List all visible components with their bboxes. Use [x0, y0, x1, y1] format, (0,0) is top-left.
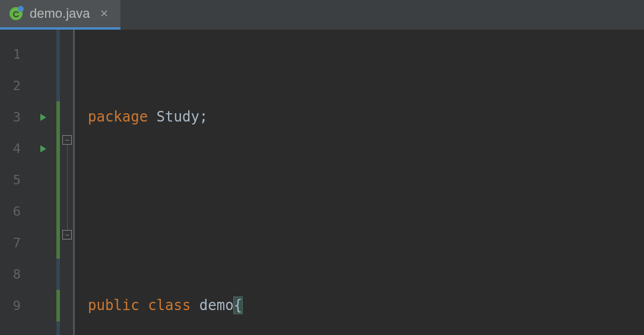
line-number[interactable]: 5 — [0, 164, 21, 196]
line-number[interactable]: 9 — [0, 290, 21, 321]
editor-tab[interactable]: C demo.java ✕ — [0, 0, 120, 30]
java-class-icon: C — [9, 7, 23, 20]
code-editor[interactable]: 1 2 3 4 5 6 7 8 9 − − package Stud — [0, 30, 644, 335]
line-number[interactable]: 3 — [0, 101, 21, 133]
code-line[interactable]: public class demo{ — [88, 290, 465, 321]
line-number[interactable]: 6 — [0, 196, 21, 227]
fold-expand-icon[interactable]: − — [62, 230, 72, 240]
code-line[interactable]: package Study; — [88, 101, 465, 133]
fold-column: − − — [60, 30, 75, 335]
line-number[interactable]: 2 — [0, 70, 21, 101]
fold-collapse-icon[interactable]: − — [62, 135, 72, 145]
line-number[interactable]: 8 — [0, 259, 21, 290]
line-number-gutter[interactable]: 1 2 3 4 5 6 7 8 9 — [0, 30, 30, 335]
line-number[interactable]: 7 — [0, 227, 21, 259]
code-area[interactable]: package Study; public class demo{ public… — [75, 30, 465, 335]
line-number[interactable]: 4 — [0, 133, 21, 164]
gutter-icons — [30, 30, 56, 335]
code-line[interactable] — [88, 196, 465, 227]
tab-bar: C demo.java ✕ — [0, 0, 644, 30]
run-icon[interactable] — [30, 133, 56, 164]
line-number[interactable]: 1 — [0, 39, 21, 70]
tab-filename: demo.java — [30, 6, 90, 21]
run-icon[interactable] — [30, 101, 56, 133]
close-icon[interactable]: ✕ — [97, 7, 111, 20]
